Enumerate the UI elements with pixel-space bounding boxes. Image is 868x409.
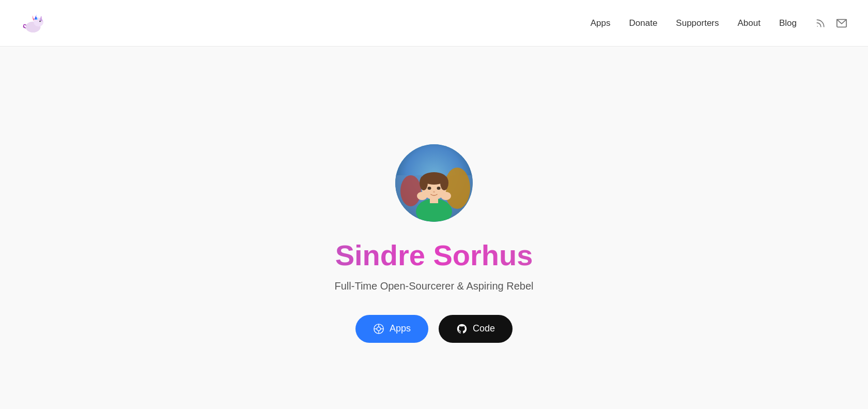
avatar-image	[395, 144, 473, 222]
code-button-icon	[456, 323, 468, 335]
hero-name: Sindre Sorhus	[335, 238, 533, 272]
nav-link-supporters[interactable]: Supporters	[676, 18, 719, 28]
svg-point-10	[444, 168, 470, 209]
svg-point-11	[400, 175, 421, 206]
apps-button[interactable]: Apps	[355, 315, 428, 343]
nav-link-blog[interactable]: Blog	[779, 18, 797, 28]
code-button[interactable]: Code	[439, 315, 513, 343]
svg-point-24	[377, 327, 380, 330]
logo[interactable]	[21, 11, 45, 36]
hero-tagline: Full-Time Open-Sourcerer & Aspiring Rebe…	[335, 280, 534, 292]
avatar	[395, 144, 473, 222]
svg-point-20	[417, 192, 427, 200]
mail-icon-button[interactable]	[836, 18, 847, 29]
svg-point-16	[420, 176, 428, 190]
nav-link-donate[interactable]: Donate	[629, 18, 658, 28]
svg-point-19	[437, 187, 441, 190]
svg-point-21	[441, 192, 451, 200]
svg-point-17	[440, 176, 448, 190]
svg-point-18	[428, 187, 431, 190]
site-header: Apps Donate Supporters About Blog	[0, 0, 868, 47]
hero-buttons: Apps Code	[355, 315, 513, 343]
apps-button-icon	[373, 323, 384, 335]
nav-link-apps[interactable]: Apps	[591, 18, 611, 28]
apps-button-label: Apps	[390, 323, 411, 334]
svg-point-3	[39, 20, 40, 21]
svg-point-22	[433, 191, 435, 192]
main-nav: Apps Donate Supporters About Blog	[591, 18, 847, 29]
nav-icon-group	[815, 18, 847, 29]
hero-section: Sindre Sorhus Full-Time Open-Sourcerer &…	[0, 47, 868, 409]
mail-icon	[836, 18, 847, 29]
rss-icon	[815, 18, 826, 28]
logo-unicorn-icon	[21, 11, 45, 36]
rss-icon-button[interactable]	[815, 18, 826, 28]
svg-point-5	[817, 26, 818, 27]
code-button-label: Code	[473, 323, 495, 334]
nav-link-about[interactable]: About	[738, 18, 761, 28]
